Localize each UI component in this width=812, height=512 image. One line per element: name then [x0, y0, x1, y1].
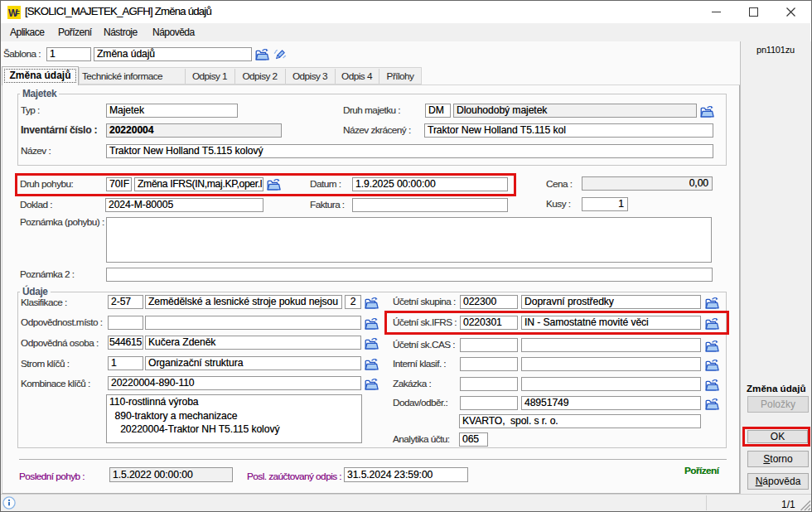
svg-text:F: F	[16, 9, 20, 17]
